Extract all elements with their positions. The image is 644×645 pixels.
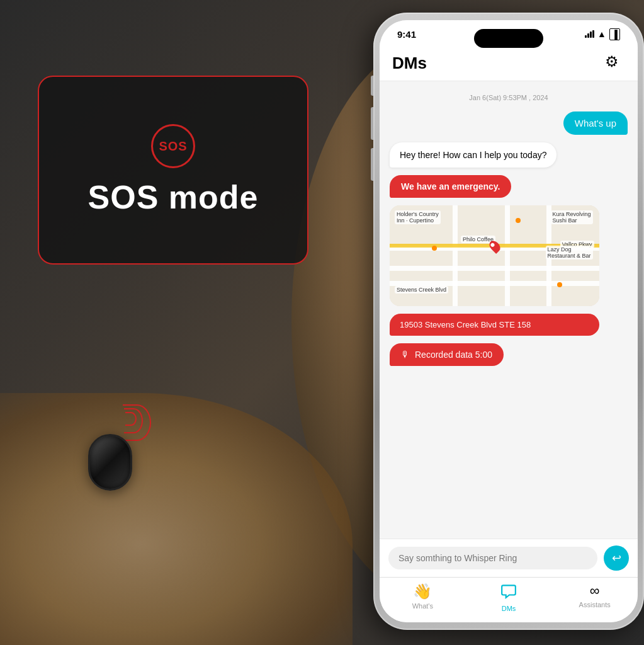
wifi-icon: ▲ [597, 29, 606, 39]
nav-label-dms: DMs [502, 605, 516, 612]
nav-item-dms[interactable]: DMs [466, 583, 552, 612]
nav-label-assistants: Assistants [579, 601, 611, 608]
nav-icon-dms [500, 583, 517, 603]
sos-card: SOS SOS mode [38, 76, 308, 265]
map-poi-1 [516, 218, 521, 223]
map-label-2: Kura RevolvingSushi Bar [551, 210, 593, 224]
sos-circle-icon: SOS [151, 124, 195, 168]
nav-item-whatsup[interactable]: 👋 What's [380, 583, 466, 610]
status-icons: ▲ ▐ [585, 28, 620, 40]
ring-area [88, 406, 214, 519]
input-area: ↩ [380, 539, 638, 577]
volume-down-button [371, 148, 373, 181]
settings-icon[interactable]: ⚙ [605, 53, 625, 73]
map-label-4: Lazy DogRestaurant & Bar [546, 246, 593, 260]
date-divider: Jan 6(Sat) 9:53PM , 2024 [390, 94, 628, 101]
message-bubble-greeting: Hey there! How can I help you today? [390, 142, 556, 168]
message-bubble-emergency: We have an emergency. [390, 175, 511, 198]
map-bubble: Holder's CountryInn · Cupertino Kura Rev… [390, 205, 599, 306]
nav-label-whatsup: What's [412, 602, 433, 610]
app-header: DMs ⚙ [380, 48, 638, 81]
dynamic-island [474, 29, 543, 48]
battery-icon: ▐ [609, 28, 620, 40]
message-bubble-whatsup: What's up [563, 111, 628, 135]
address-bubble: 19503 Stevens Creek Blvd STE 158 [390, 314, 599, 336]
phone-mockup: 9:41 ▲ ▐ DMs ⚙ Jan 6(Sat) 9:53PM , 2024 … [373, 13, 644, 630]
nav-item-assistants[interactable]: ∞ Assistants [551, 583, 638, 608]
wave-3 [123, 404, 151, 441]
map-poi-2 [432, 246, 437, 251]
signal-waves [123, 412, 151, 441]
nav-icon-assistants: ∞ [590, 583, 600, 599]
nav-icon-whatsup: 👋 [413, 583, 432, 600]
chat-input[interactable] [388, 547, 597, 569]
map-label-1: Holder's CountryInn · Cupertino [395, 210, 441, 224]
recorded-data-bubble: 🎙 Recorded data 5:00 [390, 343, 504, 366]
smart-ring [88, 434, 132, 491]
mute-button [371, 76, 373, 96]
signal-icon [585, 30, 594, 38]
volume-up-button [371, 107, 373, 140]
phone-screen: 9:41 ▲ ▐ DMs ⚙ Jan 6(Sat) 9:53PM , 2024 … [380, 20, 638, 622]
send-button[interactable]: ↩ [604, 545, 629, 571]
map-poi-3 [557, 282, 562, 287]
status-time: 9:41 [397, 29, 416, 40]
sos-mode-text: SOS mode [88, 178, 259, 216]
bottom-nav: 👋 What's DMs ∞ Assistants [380, 577, 638, 622]
map-label-5: Stevens Creek Blvd [395, 286, 448, 294]
page-title: DMs [392, 54, 427, 73]
map-background: Holder's CountryInn · Cupertino Kura Rev… [390, 205, 599, 306]
mic-icon: 🎙 [401, 350, 410, 360]
chat-area: Jan 6(Sat) 9:53PM , 2024 What's up Hey t… [380, 81, 638, 539]
